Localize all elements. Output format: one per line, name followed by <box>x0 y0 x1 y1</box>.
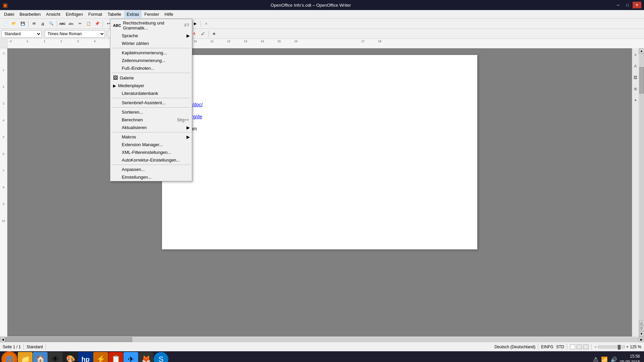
spellcheck-button[interactable]: ABC <box>58 20 66 28</box>
style-info: Standard <box>26 345 43 349</box>
std-mode: STD <box>556 345 564 349</box>
scroll-page-down-button[interactable]: ▽ <box>639 326 644 331</box>
app-logo: ▣ <box>3 2 8 8</box>
menu-format[interactable]: Format <box>86 11 105 18</box>
style-dropdown[interactable]: Standard <box>1 30 42 38</box>
taskbar-skype[interactable]: S <box>154 352 168 362</box>
menu-mail-merge[interactable]: Serienbrief-Assistent... <box>110 99 192 107</box>
scroll-down-button[interactable]: ▼ <box>639 331 644 337</box>
view-normal-button[interactable] <box>570 345 575 349</box>
separator-3 <box>103 20 103 27</box>
close-button[interactable]: ✕ <box>633 2 641 8</box>
panel-btn-1[interactable]: ≡ <box>633 50 638 60</box>
ruler-mark-4: 4 <box>94 40 96 43</box>
menu-word-count[interactable]: Wörter zählen <box>110 40 192 47</box>
view-buttons <box>570 345 589 349</box>
menu-extension-manager[interactable]: Extension Manager... <box>110 141 192 148</box>
menu-customize[interactable]: Anpassen... <box>110 166 192 173</box>
menu-autocorrect[interactable]: AutoKorrektur-Einstellungen... <box>110 156 192 164</box>
menu-chapter-numbering[interactable]: Kapitelnummerierung... <box>110 49 192 57</box>
taskbar-firefox[interactable]: 🦊 <box>139 352 153 362</box>
taskbar-right: ⚠ 📶 🔊 15:56 09.09.2016 <box>593 354 643 362</box>
taskbar-color[interactable]: 🎨 <box>63 352 78 362</box>
status-sep-4 <box>567 344 567 350</box>
doc-line-1: le/doc/ <box>189 102 450 107</box>
scroll-thumb[interactable] <box>639 67 644 94</box>
menu-mediaplayer[interactable]: ▶ Medienplayer <box>110 82 192 89</box>
vertical-scrollbar[interactable]: ▲ △ ▽ ▼ <box>639 48 644 337</box>
view-web-button[interactable] <box>577 345 582 349</box>
footnotes-label: Fuß-/Endnoten... <box>122 66 155 71</box>
autocorrect-button[interactable]: abc <box>67 20 75 28</box>
menu-datei[interactable]: Datei <box>1 11 17 18</box>
menu-gallery[interactable]: 🖼 Galerie <box>110 74 192 82</box>
copy-button[interactable]: 📋 <box>85 20 93 28</box>
zoom-out-icon[interactable]: − <box>594 345 597 349</box>
zoom-slider[interactable] <box>598 346 625 348</box>
panel-btn-5[interactable]: ✦ <box>633 95 638 105</box>
menu-bearbeiten[interactable]: Bearbeiten <box>17 11 43 18</box>
taskbar-home[interactable]: 🏠 <box>33 352 48 362</box>
taskbar-plane[interactable]: ✈ <box>123 352 138 362</box>
menu-line-numbering[interactable]: Zeilennummerierung... <box>110 57 192 64</box>
scroll-track[interactable] <box>639 54 644 320</box>
taskbar-clipboard[interactable]: 📋 <box>108 352 123 362</box>
menu-sep-4 <box>112 107 191 108</box>
zoom-handle[interactable] <box>618 345 621 350</box>
menu-extras[interactable]: Extras <box>124 11 142 18</box>
menu-sort[interactable]: Sortieren... <box>110 108 192 116</box>
horizontal-scrollbar[interactable]: ◀ ▶ <box>0 337 644 342</box>
new-button[interactable]: 📄 <box>1 20 9 28</box>
find-next-button[interactable]: ▶ <box>191 20 199 28</box>
hscroll-track[interactable] <box>5 337 639 342</box>
xml-filter-label: XML-Filtereinstellungen... <box>122 150 171 155</box>
panel-btn-2[interactable]: A <box>633 61 638 71</box>
paste-button[interactable]: 📌 <box>93 20 101 28</box>
panel-btn-3[interactable]: 🖼 <box>633 72 638 82</box>
taskbar-files[interactable]: 📁 <box>18 352 33 362</box>
print-preview-button[interactable]: 🔍 <box>47 20 55 28</box>
taskbar-hp[interactable]: hp <box>78 352 93 362</box>
minimize-button[interactable]: ─ <box>614 2 623 8</box>
save-button[interactable]: 💾 <box>19 20 27 28</box>
menu-einfuegen[interactable]: Einfügen <box>63 11 86 18</box>
sep-f1 <box>43 31 43 37</box>
menu-fenster[interactable]: Fenster <box>142 11 162 18</box>
menu-macros[interactable]: Makros ▶ <box>110 133 192 141</box>
menu-xml-filter[interactable]: XML-Filtereinstellungen... <box>110 148 192 156</box>
taskbar-bolt[interactable]: ⚡ <box>93 352 108 362</box>
more-btn[interactable]: ⊕ <box>210 30 218 38</box>
sidebar-toggle-button[interactable]: ≡ <box>202 20 210 28</box>
menu-settings[interactable]: Einstellungen... <box>110 173 192 181</box>
maximize-button[interactable]: □ <box>623 2 632 8</box>
email-button[interactable]: ✉ <box>30 20 38 28</box>
language-info: Deutsch (Deutschland) <box>494 345 535 349</box>
zoom-in-icon[interactable]: + <box>626 345 629 349</box>
menu-update[interactable]: Aktualisieren ▶ <box>110 124 192 131</box>
gallery-icon: 🖼 <box>113 75 118 80</box>
menu-literature-db[interactable]: Literaturdatenbank <box>110 89 192 97</box>
menu-tabelle[interactable]: Tabelle <box>105 11 124 18</box>
open-button[interactable]: 📂 <box>10 20 18 28</box>
menu-hilfe[interactable]: Hilfe <box>162 11 176 18</box>
scroll-up-button[interactable]: ▲ <box>639 48 644 54</box>
view-print-button[interactable] <box>583 345 589 349</box>
menu-spellcheck[interactable]: ABC Rechtschreibung und Grammatik... F7 <box>110 19 192 32</box>
menu-ansicht[interactable]: Ansicht <box>43 11 63 18</box>
menu-footnotes[interactable]: Fuß-/Endnoten... <box>110 64 192 72</box>
menu-language[interactable]: Sprache ▶ <box>110 32 192 40</box>
document-canvas[interactable]: le/doc/ org/de rum <box>7 48 632 337</box>
highlight-button[interactable]: 🖊 <box>199 30 207 38</box>
scroll-right-button[interactable]: ▶ <box>639 337 644 342</box>
cut-button[interactable]: ✂ <box>76 20 84 28</box>
start-button[interactable]: 🌀 <box>1 351 17 362</box>
calculate-label: Berechnen <box>122 117 143 122</box>
taskbar-eye[interactable]: 👁 <box>48 352 63 362</box>
scroll-page-up-button[interactable]: △ <box>639 320 644 326</box>
menu-calculate[interactable]: Berechnen Strg++ <box>110 116 192 124</box>
panel-btn-4[interactable]: ⊞ <box>633 84 638 94</box>
font-dropdown[interactable]: Times New Roman <box>45 30 105 38</box>
scroll-left-button[interactable]: ◀ <box>0 337 5 342</box>
print-button[interactable]: 🖨 <box>39 20 47 28</box>
hscroll-thumb[interactable] <box>5 337 132 342</box>
